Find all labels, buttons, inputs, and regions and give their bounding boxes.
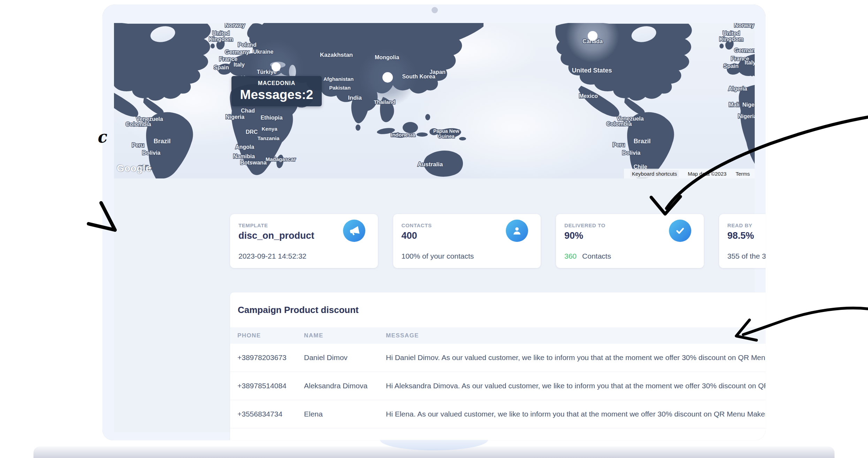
keyboard-shortcuts-link[interactable]: Keyboard shortcuts (630, 170, 679, 177)
tooltip-country: MACEDONIA (258, 80, 296, 86)
map-canvas: United StatesVenezuelaColombiaBrazilPeru… (114, 23, 755, 178)
map-label-indonesia: Indonesia (391, 132, 416, 138)
map-label-botswana: Botswana (240, 160, 267, 166)
map-label-kazakhstan: Kazakhstan (320, 52, 353, 58)
map-label-italy: Italy (745, 60, 755, 66)
map-attribution: Keyboard shortcuts Map data ©2023 Terms (624, 169, 755, 178)
cell-name: Daniel Dimov (304, 353, 386, 362)
cell-phone: +3556834734 (230, 410, 304, 418)
map-label-norway: Norway (734, 23, 754, 28)
map-label-peru: Peru (132, 142, 144, 148)
map-label-colombia: Colombia (607, 121, 632, 127)
check-icon (669, 220, 691, 242)
table-body: +38978203673Daniel DimovHi Daniel Dimov.… (230, 344, 766, 428)
map-label-kenya: Kenya (261, 126, 277, 132)
stat-card-template: TEMPLATEdisc_on_product2023-09-21 14:52:… (230, 214, 378, 268)
map-data-copyright: Map data ©2023 (688, 171, 726, 177)
map-label-niger: Niger (743, 102, 755, 108)
map-label-algeria: Algeria (728, 86, 747, 92)
map-label-italy: Italy (234, 62, 245, 68)
map-label-nigeria: Nigeria (738, 113, 755, 119)
cell-message: Hi Aleksandra Dimova. As our valued cust… (386, 382, 766, 390)
map-label-tanzania: Tanzania (257, 135, 280, 141)
map-label-brazil: Brazil (153, 138, 170, 145)
cell-name: Elena (304, 410, 386, 418)
campaign-title: Campaign Product discount (238, 305, 359, 315)
terms-link[interactable]: Terms (736, 171, 750, 177)
laptop-camera-dot (432, 7, 438, 13)
map-label-peru: Peru (612, 142, 625, 148)
cell-message: Hi Daniel Dimov. As our valued customer,… (386, 353, 766, 362)
map-label-bolivia: Bolivia (622, 150, 641, 156)
map-label-nigeria: Nigeria (226, 114, 244, 120)
map-label-colombia: Colombia (126, 121, 151, 127)
map-label-united-kingdom: UnitedKingdom (209, 30, 233, 42)
stat-card-delivered-to: DELIVERED TO90%360Contacts (556, 214, 704, 268)
map-label-namibia: Namibia (233, 153, 255, 159)
column-header-name: NAME (304, 332, 386, 339)
map-label-spain: Spain (723, 63, 739, 69)
map-label-united-states: United States (572, 67, 612, 74)
stat-subtext: 2023-09-21 14:52:32 (238, 252, 306, 260)
map-label-chad: Chad (241, 108, 255, 114)
map-label-afghanistan: Afghanistan (323, 76, 354, 82)
stat-subtext-highlight: 360 (564, 252, 577, 260)
cell-phone: +38978203673 (230, 353, 304, 362)
table-header-row: PHONENAMEMESSAGESTATUS (230, 327, 766, 344)
stat-subtext: 360Contacts (564, 252, 611, 260)
google-logo: Google (117, 163, 151, 174)
map-label-pakistan: Pakistan (329, 85, 351, 91)
stat-subtext: 355 of the 360 Contacts messaged. (728, 252, 766, 260)
map-label-bolivia: Bolivia (142, 150, 161, 156)
cell-message: Hi Elena. As our valued customer, we lik… (386, 410, 766, 418)
map-label-south-korea: South Korea (402, 74, 435, 79)
map-label-germany: Germany (225, 49, 249, 55)
stat-value: 98.5% (728, 230, 766, 241)
megaphone-icon (343, 220, 365, 242)
map-label-ukraine: Ukraine (253, 49, 274, 55)
cell-phone: +38978514084 (230, 382, 304, 390)
campaign-panel: Campaign Product discount Back to campai… (230, 292, 766, 440)
column-header-phone: PHONE (230, 332, 304, 339)
stat-card-read-by: READ BY98.5%355 of the 360 Contacts mess… (719, 214, 766, 268)
dashboard: United StatesVenezuelaColombiaBrazilPeru… (114, 23, 755, 432)
stats-row: TEMPLATEdisc_on_product2023-09-21 14:52:… (230, 214, 766, 268)
map-tooltip: MACEDONIA Messages:2 (231, 76, 322, 106)
laptop-screen: United StatesVenezuelaColombiaBrazilPeru… (102, 5, 766, 440)
map-label-india: India (348, 94, 362, 101)
message-location-marker[interactable] (382, 72, 393, 83)
user-icon (506, 220, 528, 242)
table-row: +3556834734ElenaHi Elena. As our valued … (230, 400, 766, 428)
map-label-norway: Norway (225, 23, 245, 28)
map-label-spain: Spain (214, 64, 229, 70)
message-location-marker[interactable] (588, 31, 597, 41)
world-map[interactable]: United StatesVenezuelaColombiaBrazilPeru… (114, 23, 755, 178)
map-label-mali: Mali (729, 102, 739, 108)
map-label-germany: Germany (734, 47, 755, 53)
message-location-marker[interactable] (272, 62, 281, 71)
map-label-poland: Poland (238, 42, 256, 48)
map-label-drc: DRC (246, 129, 258, 135)
map-label-mongolia: Mongolia (375, 54, 399, 60)
map-label-thailand: Thailand (374, 99, 395, 105)
map-label-australia: Australia (418, 161, 443, 168)
map-label-brazil: Brazil (633, 138, 650, 145)
map-label-angola: Angola (235, 144, 254, 150)
page: c (0, 0, 868, 458)
panel-header: Campaign Product discount Back to campai… (230, 292, 766, 327)
stat-subtext: 100% of your contacts (402, 252, 474, 260)
table-row: +38978203673Daniel DimovHi Daniel Dimov.… (230, 344, 766, 372)
map-label-ethiopia: Ethiopia (260, 115, 282, 121)
handwritten-letter: c (96, 127, 107, 147)
map-label-mexico: Mexico (579, 93, 598, 99)
map-label-united-kingdom: UnitedKingdom (719, 30, 743, 42)
map-label-madagascar: Madagascar (266, 156, 296, 162)
cell-name: Aleksandra Dimova (304, 382, 386, 390)
map-label-france: France (219, 56, 238, 62)
column-header-message: MESSAGE (386, 332, 766, 339)
tooltip-messages-count: Messages:2 (240, 87, 313, 102)
stat-label: READ BY (728, 222, 766, 228)
stat-card-contacts: CONTACTS400100% of your contacts (393, 214, 541, 268)
table-row: +38978514084Aleksandra DimovaHi Aleksand… (230, 372, 766, 400)
